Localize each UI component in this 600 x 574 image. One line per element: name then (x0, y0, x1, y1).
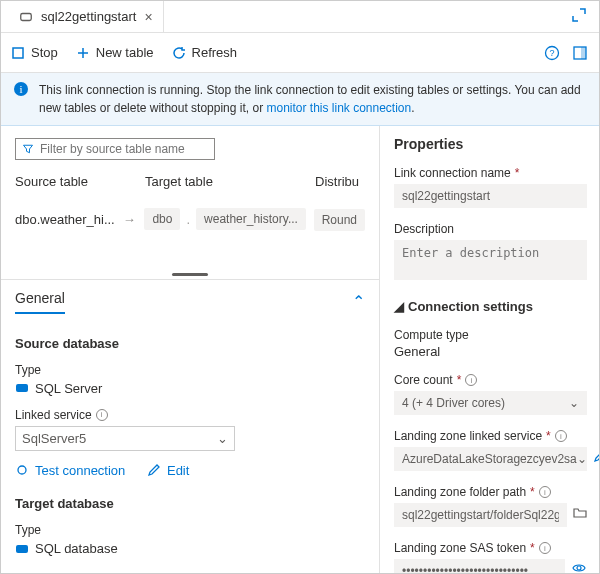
core-count-select[interactable]: 4 (+ 4 Driver cores)⌄ (394, 391, 587, 415)
info-icon[interactable]: i (465, 374, 477, 386)
folder-icon[interactable] (573, 505, 587, 522)
target-type-value: SQL database (35, 541, 118, 556)
table-header: Source table Target table Distribu (15, 174, 365, 189)
svg-rect-9 (16, 545, 28, 553)
refresh-button[interactable]: Refresh (172, 45, 238, 60)
svg-text:i: i (19, 83, 22, 95)
eye-icon[interactable] (571, 560, 587, 575)
target-db-heading: Target database (15, 496, 365, 511)
chevron-down-icon: ⌄ (577, 452, 587, 466)
description-input[interactable] (394, 240, 587, 280)
monitor-link[interactable]: monitor this link connection (266, 101, 411, 115)
properties-toggle-icon[interactable] (571, 44, 589, 62)
test-connection-button[interactable]: Test connection (15, 463, 125, 478)
pencil-icon[interactable] (593, 449, 599, 466)
conn-settings-heading: Connection settings (408, 299, 533, 314)
edit-button[interactable]: Edit (147, 463, 189, 478)
sql-server-icon (15, 381, 29, 395)
landing-path-label: Landing zone folder path (394, 485, 526, 499)
new-table-label: New table (96, 45, 154, 60)
svg-rect-8 (16, 384, 28, 392)
info-banner: i This link connection is running. Stop … (1, 73, 599, 126)
compute-type-value: General (394, 344, 587, 359)
target-schema: dbo (144, 208, 180, 230)
refresh-label: Refresh (192, 45, 238, 60)
linked-service-select[interactable]: SqlServer5 ⌄ (15, 426, 235, 451)
close-icon[interactable]: × (144, 9, 152, 25)
svg-text:?: ? (549, 48, 554, 58)
name-label: Link connection name (394, 166, 511, 180)
new-table-button[interactable]: New table (76, 45, 154, 60)
properties-panel: Properties Link connection name * Descri… (379, 126, 599, 574)
general-tab[interactable]: General (15, 290, 65, 314)
chevron-down-icon: ⌄ (217, 431, 228, 446)
toolbar: Stop New table Refresh ? (1, 33, 599, 73)
tab-title: sql22gettingstart (41, 9, 136, 24)
info-icon[interactable]: i (96, 409, 108, 421)
arrow-icon: → (123, 212, 136, 227)
type-label: Type (15, 363, 365, 377)
tables-pane: Source table Target table Distribu dbo.w… (1, 126, 379, 247)
svg-rect-0 (21, 13, 32, 20)
description-label: Description (394, 222, 587, 236)
landing-service-select[interactable]: AzureDataLakeStoragezcyev2sa⌄ (394, 447, 587, 471)
source-table-name: dbo.weather_hi... (15, 212, 115, 227)
expand-icon[interactable] (567, 3, 591, 31)
info-icon[interactable]: i (539, 486, 551, 498)
compute-type-label: Compute type (394, 328, 587, 342)
dist-value: Round (314, 209, 365, 231)
link-icon (19, 10, 33, 24)
chevron-down-icon: ⌄ (569, 396, 579, 410)
col-target: Target table (145, 174, 315, 189)
help-icon[interactable]: ? (543, 44, 561, 62)
landing-service-label: Landing zone linked service (394, 429, 542, 443)
filter-box[interactable] (15, 138, 215, 160)
info-icon[interactable]: i (555, 430, 567, 442)
svg-rect-5 (581, 47, 586, 59)
landing-path-input[interactable] (394, 503, 567, 527)
svg-rect-1 (13, 48, 23, 58)
tab-sql22gettingstart[interactable]: sql22gettingstart × (9, 1, 164, 32)
linked-service-label: Linked service (15, 408, 92, 422)
target-type-label: Type (15, 523, 365, 537)
info-icon: i (13, 81, 29, 117)
stop-label: Stop (31, 45, 58, 60)
target-table: weather_history... (196, 208, 306, 230)
col-source: Source table (15, 174, 145, 189)
banner-text: This link connection is running. Stop th… (39, 81, 587, 117)
collapse-arrow-icon[interactable]: ◢ (394, 299, 404, 314)
name-input[interactable] (394, 184, 587, 208)
properties-heading: Properties (394, 136, 587, 152)
tab-bar: sql22gettingstart × (1, 1, 599, 33)
general-pane: General ⌃ Source database Type SQL Serve… (1, 279, 379, 575)
chevron-up-icon[interactable]: ⌃ (352, 292, 365, 311)
source-db-heading: Source database (15, 336, 365, 351)
filter-icon (22, 143, 34, 155)
col-dist: Distribu (315, 174, 365, 189)
sql-db-icon (15, 542, 29, 556)
type-value: SQL Server (35, 381, 102, 396)
sas-token-label: Landing zone SAS token (394, 541, 526, 555)
table-row[interactable]: dbo.weather_hi... → dbo . weather_histor… (15, 203, 365, 235)
filter-input[interactable] (40, 142, 208, 156)
sas-token-input[interactable] (394, 559, 565, 574)
core-count-label: Core count (394, 373, 453, 387)
stop-button[interactable]: Stop (11, 45, 58, 60)
info-icon[interactable]: i (539, 542, 551, 554)
svg-point-10 (577, 566, 581, 570)
